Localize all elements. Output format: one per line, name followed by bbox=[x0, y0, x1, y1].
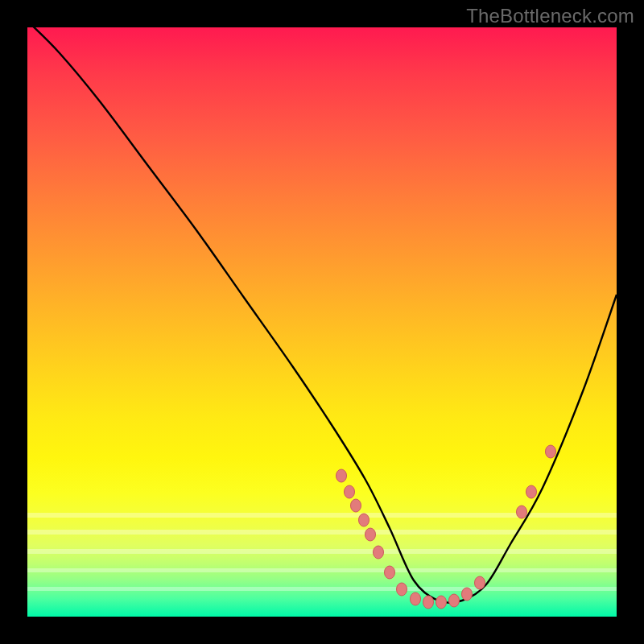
data-point-marker bbox=[546, 445, 556, 458]
data-point-marker bbox=[423, 596, 434, 609]
data-point-marker bbox=[336, 469, 347, 482]
data-point-marker bbox=[397, 583, 407, 596]
watermark-text: TheBottleneck.com bbox=[466, 5, 634, 27]
plot-area bbox=[27, 27, 617, 617]
data-point-marker bbox=[436, 596, 447, 609]
data-point-marker bbox=[526, 485, 537, 498]
data-point-marker bbox=[449, 594, 460, 607]
data-point-marker bbox=[475, 576, 485, 589]
chart-stage: TheBottleneck.com bbox=[0, 0, 644, 644]
data-point-marker bbox=[345, 485, 355, 498]
data-point-marker bbox=[462, 588, 473, 601]
data-point-marker bbox=[365, 528, 376, 541]
data-point-marker bbox=[351, 499, 361, 512]
data-point-marker bbox=[374, 546, 384, 559]
data-point-marker bbox=[411, 592, 421, 605]
valley-curve bbox=[27, 27, 617, 617]
data-point-marker bbox=[359, 514, 369, 526]
data-point-marker bbox=[385, 566, 395, 579]
data-point-marker bbox=[517, 506, 527, 518]
